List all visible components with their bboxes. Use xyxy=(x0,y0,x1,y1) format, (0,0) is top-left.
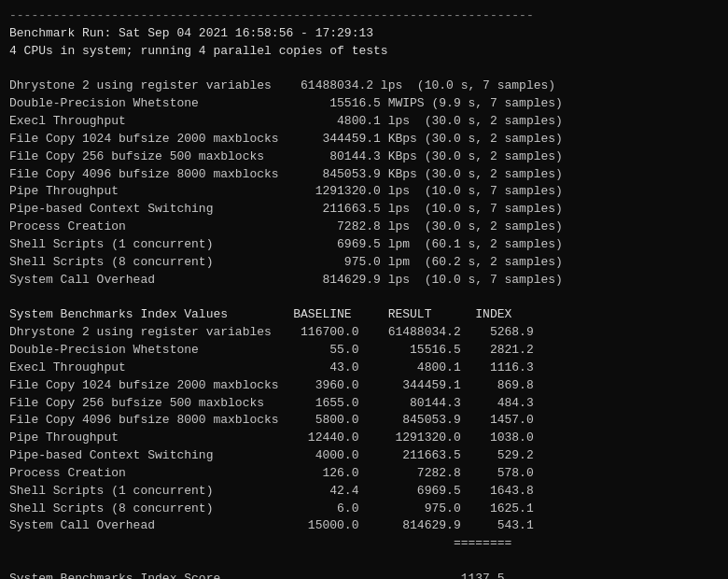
benchmark-row: File Copy 4096 bufsize 8000 maxblocks 84… xyxy=(9,166,719,184)
index-row: Execl Throughput 43.0 4800.1 1116.3 xyxy=(9,360,719,377)
index-row: File Copy 1024 bufsize 2000 maxblocks 39… xyxy=(9,377,719,395)
index-row: Double-Precision Whetstone 55.0 15516.5 … xyxy=(9,342,719,360)
benchmark-row: Pipe Throughput 1291320.0 lps (10.0 s, 7… xyxy=(9,183,719,201)
index-row: Pipe-based Context Switching 4000.0 2116… xyxy=(9,447,719,465)
benchmark-row: Double-Precision Whetstone 15516.5 MWIPS… xyxy=(9,95,719,113)
cpu-info-label: 4 CPUs in system; running 4 parallel cop… xyxy=(9,43,719,61)
equals-line: ======== xyxy=(9,535,719,553)
index-table: Dhrystone 2 using register variables 116… xyxy=(9,324,719,535)
benchmark-row: Pipe-based Context Switching 211663.5 lp… xyxy=(9,201,719,219)
benchmark-row: System Call Overhead 814629.9 lps (10.0 … xyxy=(9,272,719,290)
benchmark-row: Process Creation 7282.8 lps (30.0 s, 2 s… xyxy=(9,219,719,236)
score-line: System Benchmarks Index Score 1137.5 xyxy=(9,571,719,579)
benchmark-list: Dhrystone 2 using register variables 614… xyxy=(9,78,719,289)
index-table-header: System Benchmarks Index Values BASELINE … xyxy=(9,306,719,324)
index-row: File Copy 4096 bufsize 8000 maxblocks 58… xyxy=(9,412,719,430)
benchmark-row: Shell Scripts (8 concurrent) 975.0 lpm (… xyxy=(9,254,719,272)
benchmark-row: File Copy 1024 bufsize 2000 maxblocks 34… xyxy=(9,131,719,148)
blank-line-1 xyxy=(9,61,719,78)
benchmark-row: Shell Scripts (1 concurrent) 6969.5 lpm … xyxy=(9,236,719,254)
index-row: File Copy 256 bufsize 500 maxblocks 1655… xyxy=(9,395,719,413)
index-row: Dhrystone 2 using register variables 116… xyxy=(9,324,719,342)
benchmark-row: File Copy 256 bufsize 500 maxblocks 8014… xyxy=(9,148,719,166)
index-row: Process Creation 126.0 7282.8 578.0 xyxy=(9,465,719,483)
benchmark-run-label: Benchmark Run: Sat Sep 04 2021 16:58:56 … xyxy=(9,25,719,43)
index-row: Shell Scripts (8 concurrent) 6.0 975.0 1… xyxy=(9,501,719,518)
index-row: Shell Scripts (1 concurrent) 42.4 6969.5… xyxy=(9,483,719,501)
benchmark-row: Dhrystone 2 using register variables 614… xyxy=(9,78,719,95)
separator-top: ----------------------------------------… xyxy=(9,7,719,25)
benchmark-row: Execl Throughput 4800.1 lps (30.0 s, 2 s… xyxy=(9,113,719,131)
blank-line-3 xyxy=(9,553,719,571)
terminal: ----------------------------------------… xyxy=(9,7,719,579)
index-row: Pipe Throughput 12440.0 1291320.0 1038.0 xyxy=(9,430,719,447)
index-row: System Call Overhead 15000.0 814629.9 54… xyxy=(9,517,719,535)
blank-line-2 xyxy=(9,290,719,307)
